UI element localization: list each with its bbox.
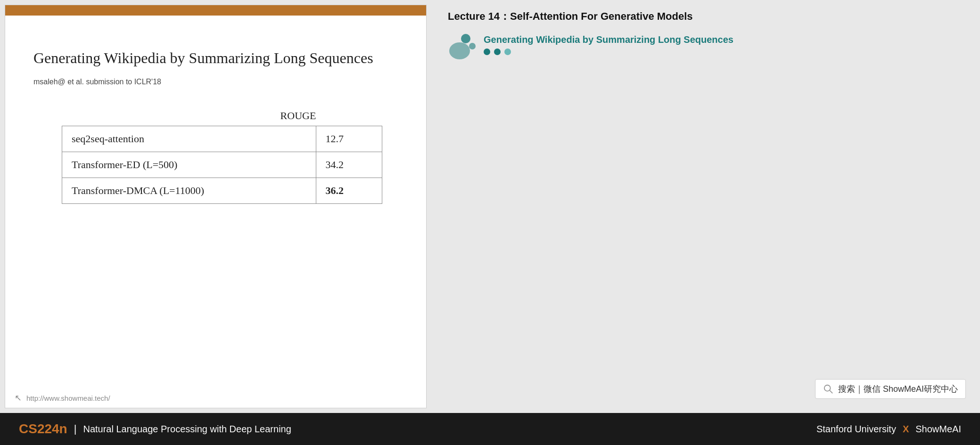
bottom-bar: CS224n | Natural Language Processing wit…	[0, 413, 980, 445]
svg-point-3	[824, 385, 831, 391]
topic-title: Generating Wikipedia by Summarizing Long…	[484, 33, 966, 46]
slide-subtitle: msaleh@ et al. submission to ICLR'18	[33, 78, 398, 86]
model-cell: Transformer-DMCA (L=11000)	[62, 178, 316, 203]
table-row: seq2seq-attention12.7	[62, 126, 382, 152]
topic-icon	[448, 33, 476, 61]
slide-content: Generating Wikipedia by Summarizing Long…	[5, 16, 426, 388]
rouge-cell: 36.2	[316, 178, 382, 203]
model-cell: seq2seq-attention	[62, 126, 316, 152]
x-separator: X	[903, 424, 909, 435]
svg-line-4	[830, 390, 832, 393]
topic-dots	[484, 49, 966, 55]
svg-point-2	[469, 43, 476, 49]
brand-name: ShowMeAI	[915, 424, 961, 435]
dot-3	[504, 49, 511, 55]
svg-point-1	[449, 42, 470, 59]
main-area: Generating Wikipedia by Summarizing Long…	[0, 0, 980, 413]
results-table: seq2seq-attention12.7Transformer-ED (L=5…	[62, 126, 382, 204]
bottom-divider: |	[74, 423, 77, 435]
search-icon	[823, 384, 833, 394]
right-panel: Lecture 14：Self-Attention For Generative…	[434, 0, 980, 413]
right-bottom: 搜索｜微信 ShowMeAI研究中心	[448, 379, 966, 404]
search-label: 搜索｜微信 ShowMeAI研究中心	[838, 383, 958, 395]
footer-url: http://www.showmeai.tech/	[26, 394, 110, 402]
course-code: CS224n	[19, 421, 67, 437]
dot-2	[494, 49, 501, 55]
rouge-cell: 34.2	[316, 152, 382, 178]
bottom-right: Stanford University X ShowMeAI	[816, 424, 961, 435]
table-row: Transformer-DMCA (L=11000)36.2	[62, 178, 382, 203]
rouge-cell: 12.7	[316, 126, 382, 152]
slide-footer: ↖ http://www.showmeai.tech/	[5, 388, 426, 408]
bottom-left: CS224n | Natural Language Processing wit…	[19, 421, 291, 437]
search-box[interactable]: 搜索｜微信 ShowMeAI研究中心	[815, 379, 966, 399]
topic-text-area: Generating Wikipedia by Summarizing Long…	[484, 33, 966, 55]
table-row: Transformer-ED (L=500)34.2	[62, 152, 382, 178]
lecture-title: Lecture 14：Self-Attention For Generative…	[448, 9, 966, 24]
cursor-icon: ↖	[15, 393, 22, 403]
current-topic: Generating Wikipedia by Summarizing Long…	[448, 33, 966, 61]
dot-1	[484, 49, 490, 55]
slide-title: Generating Wikipedia by Summarizing Long…	[33, 49, 398, 68]
course-title: Natural Language Processing with Deep Le…	[83, 424, 291, 435]
university-name: Stanford University	[816, 424, 896, 435]
rouge-label: ROUGE	[198, 110, 398, 122]
model-cell: Transformer-ED (L=500)	[62, 152, 316, 178]
svg-point-0	[461, 34, 470, 43]
slide-top-bar	[5, 5, 426, 16]
slide-panel: Generating Wikipedia by Summarizing Long…	[5, 5, 427, 408]
